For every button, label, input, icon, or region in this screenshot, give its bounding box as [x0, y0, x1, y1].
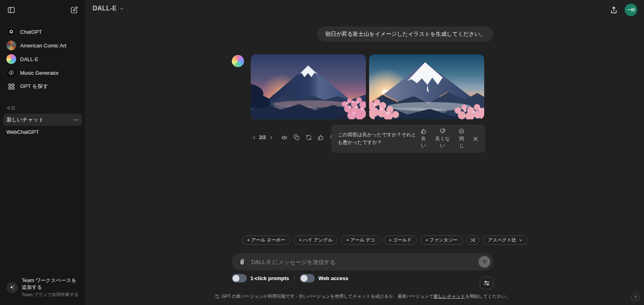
composer: + アール ヌーボー + ハイ アングル + アール デコ + ゴールド + フ… [232, 235, 493, 282]
generated-images [251, 54, 484, 119]
close-icon[interactable] [473, 135, 479, 142]
generated-image-1[interactable] [251, 54, 366, 119]
arrow-up-icon [481, 259, 488, 265]
sidebar: ChatGPT American Comic Art DALL-E Music … [0, 0, 86, 305]
feedback-options: 良い 良くない 同じ [420, 128, 465, 149]
extension-toggles: 1-click prompts Web access [232, 274, 493, 282]
conversation: 朝日が昇る富士山をイメージしたイラストを生成してください。 [232, 20, 493, 141]
chatgpt-logo-icon [6, 27, 16, 37]
one-click-prompts-toggle[interactable]: 1-click prompts [232, 274, 289, 282]
thumbs-up-icon [421, 128, 427, 134]
prompt-chip-gold[interactable]: + ゴールド [384, 235, 417, 245]
sidebar-item-label: Music Generator [20, 70, 59, 76]
prompt-chip-art-nouveau[interactable]: + アール ヌーボー [242, 235, 291, 245]
sidebar-item-label: American Comic Art [20, 43, 66, 49]
history-section-label: 今日 [0, 105, 85, 111]
copy-icon[interactable] [293, 134, 300, 141]
feedback-option-label: 良くない [435, 135, 450, 149]
chevron-down-icon [518, 238, 523, 242]
user-message-bubble: 朝日が昇る富士山をイメージしたイラストを生成してください。 [317, 27, 493, 42]
team-upsell[interactable]: Team ワークスペースを追加する Team プランで共同作業する [3, 275, 83, 300]
chat-history-label: WebChatGPT [6, 129, 39, 135]
sidebar-header [0, 0, 85, 18]
model-name: DALL-E [93, 5, 117, 12]
user-avatar[interactable]: 一樹 [625, 4, 637, 16]
new-chat-link[interactable]: 新しいチャット [433, 294, 465, 299]
team-upsell-text: Team ワークスペースを追加する Team プランで共同作業する [22, 277, 80, 298]
share-icon[interactable] [609, 5, 619, 15]
aspect-ratio-dropdown[interactable]: アスペクト比 [483, 235, 528, 245]
model-switcher[interactable]: DALL-E [93, 5, 125, 12]
prompt-chip-art-deco[interactable]: + アール デコ [341, 235, 380, 245]
feedback-same-button[interactable]: 同じ [458, 128, 465, 149]
read-aloud-icon[interactable] [281, 134, 288, 141]
team-upsell-title: Team ワークスペースを追加する [22, 277, 80, 291]
regenerate-icon[interactable] [305, 134, 312, 141]
toggle-switch[interactable] [232, 274, 247, 282]
comic-avatar-icon [6, 41, 16, 50]
new-chat-icon[interactable] [70, 6, 78, 14]
prompt-chip-fantasy[interactable]: + ファンタジー [420, 235, 463, 245]
music-note-icon [6, 68, 16, 78]
sidebar-item-american-comic-art[interactable]: American Comic Art [3, 39, 82, 52]
sidebar-toggle-icon[interactable] [7, 6, 16, 14]
dalle-avatar [232, 55, 244, 67]
chat-history-label: 新しいチャット [6, 116, 44, 123]
prompt-settings-button[interactable] [480, 277, 493, 289]
sidebar-item-chatgpt[interactable]: ChatGPT [3, 25, 82, 39]
aspect-ratio-label: アスペクト比 [488, 237, 516, 243]
divider [294, 275, 295, 282]
refresh-icon [215, 294, 221, 299]
thumbs-down-icon [440, 128, 446, 134]
chat-options-icon[interactable] [72, 117, 79, 123]
feedback-option-label: 同じ [458, 135, 465, 149]
sparkle-icon [6, 282, 18, 293]
assistant-message-row [232, 54, 493, 119]
feedback-question: この回答は良かったですか？それとも悪かったですか？ [338, 131, 420, 146]
user-message-row: 朝日が昇る富士山をイメージしたイラストを生成してください。 [232, 27, 493, 42]
pagination-indicator: 2/2 [259, 135, 266, 140]
toggle-label: Web access [318, 275, 348, 281]
notice-text: を開始してください。 [465, 294, 510, 299]
feedback-good-button[interactable]: 良い [420, 128, 427, 149]
chat-history-item-new-chat[interactable]: 新しいチャット [3, 114, 82, 126]
feedback-bad-button[interactable]: 良くない [435, 128, 450, 149]
chevron-down-icon [119, 6, 125, 12]
thumbs-up-icon[interactable] [317, 134, 324, 141]
chat-history-list: 新しいチャット WebChatGPT [0, 114, 85, 138]
send-button[interactable] [479, 256, 490, 268]
help-button[interactable]: ? [631, 293, 640, 301]
prev-image-icon[interactable] [251, 134, 257, 141]
version-notice: GPT の新バージョンが利用可能です - 古いバージョンを使用してチャットを続け… [200, 293, 526, 299]
toggle-label: 1-click prompts [250, 275, 289, 281]
feedback-option-label: 良い [420, 135, 427, 149]
toggle-switch[interactable] [300, 274, 315, 282]
web-access-toggle[interactable]: Web access [300, 274, 348, 282]
message-input-bar [232, 253, 493, 270]
prompt-chip-high-angle[interactable]: + ハイ アングル [294, 235, 338, 245]
sidebar-nav: ChatGPT American Comic Art DALL-E Music … [0, 18, 85, 93]
attach-file-icon[interactable] [238, 258, 246, 266]
chat-history-item-webchatgpt[interactable]: WebChatGPT [3, 126, 82, 138]
generated-image-2[interactable] [369, 54, 484, 119]
sidebar-item-label: ChatGPT [20, 29, 42, 35]
shuffle-prompts-button[interactable] [466, 235, 479, 245]
sliders-icon [483, 280, 490, 287]
sidebar-item-music-generator[interactable]: Music Generator [3, 66, 82, 80]
next-image-icon[interactable] [268, 134, 275, 141]
sidebar-item-label: DALL-E [20, 56, 39, 62]
grid-icon [6, 82, 16, 91]
sidebar-item-explore-gpts[interactable]: GPT を探す [3, 80, 82, 93]
sidebar-item-label: GPT を探す [20, 83, 48, 90]
feedback-popup: この回答は良かったですか？それとも悪かったですか？ 良い 良くない 同じ [331, 125, 485, 153]
team-upsell-subtitle: Team プランで共同作業する [22, 292, 80, 298]
user-avatar-initials: 一樹 [627, 7, 635, 13]
message-input[interactable] [251, 259, 479, 265]
sidebar-item-dalle[interactable]: DALL-E [3, 52, 82, 66]
shuffle-icon [470, 237, 475, 243]
prompt-chips-row: + アール ヌーボー + ハイ アングル + アール デコ + ゴールド + フ… [232, 235, 493, 245]
notice-text: GPT の新バージョンが利用可能です - 古いバージョンを使用してチャットを続け… [221, 294, 433, 299]
dalle-rainbow-icon [6, 54, 16, 64]
equals-circle-icon [458, 128, 464, 134]
